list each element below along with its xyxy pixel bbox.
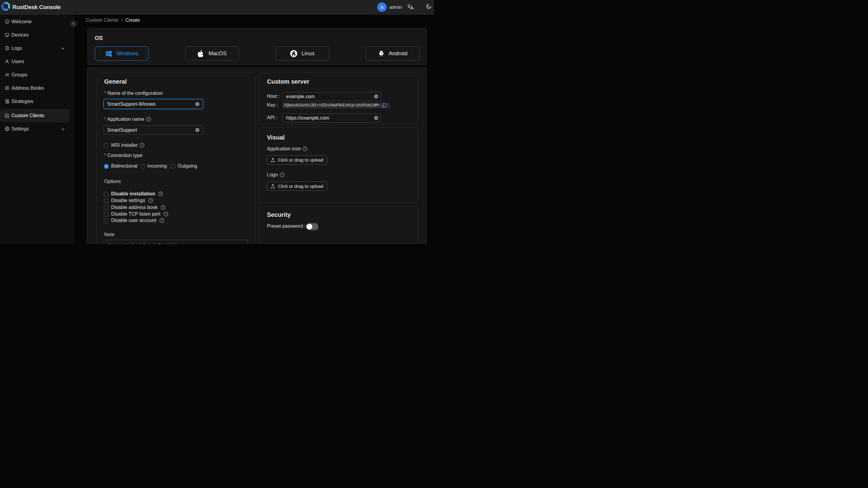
svg-text:?: ? xyxy=(161,219,163,222)
svg-text:?: ? xyxy=(150,199,152,202)
svg-text:?: ? xyxy=(165,212,167,216)
svg-text:?: ? xyxy=(148,118,150,121)
svg-text:?: ? xyxy=(281,173,283,176)
svg-text:?: ? xyxy=(304,147,306,150)
svg-text:?: ? xyxy=(160,192,162,195)
svg-text:?: ? xyxy=(141,144,143,147)
svg-text:?: ? xyxy=(162,206,164,209)
